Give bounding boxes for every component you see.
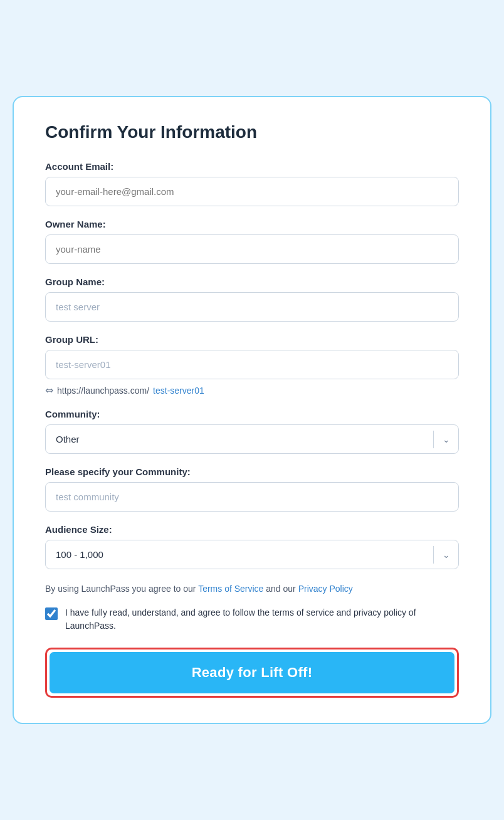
link-icon: ⇔ (45, 384, 53, 396)
url-hint-link[interactable]: test-server01 (153, 386, 204, 396)
submit-button[interactable]: Ready for Lift Off! (50, 652, 454, 693)
page-title: Confirm Your Information (45, 122, 459, 142)
owner-name-group: Owner Name: (45, 219, 459, 264)
submit-button-wrapper: Ready for Lift Off! (45, 648, 459, 698)
specify-community-input[interactable] (45, 482, 459, 512)
specify-community-group: Please specify your Community: (45, 466, 459, 512)
privacy-policy-link[interactable]: Privacy Policy (298, 584, 353, 594)
terms-prefix: By using LaunchPass you agree to our (45, 584, 198, 594)
audience-select[interactable]: Under 100 100 - 1,000 1,000 - 10,000 10,… (45, 540, 459, 569)
url-hint-base: https://launchpass.com/ (57, 386, 149, 396)
terms-middle: and our (263, 584, 298, 594)
email-group: Account Email: (45, 161, 459, 206)
terms-of-service-link[interactable]: Terms of Service (198, 584, 263, 594)
group-url-group: Group URL: ⇔ https://launchpass.com/test… (45, 334, 459, 396)
specify-community-label: Please specify your Community: (45, 466, 459, 477)
group-name-group: Group Name: (45, 276, 459, 322)
audience-size-label: Audience Size: (45, 524, 459, 535)
owner-name-input[interactable] (45, 234, 459, 264)
audience-size-group: Audience Size: Under 100 100 - 1,000 1,0… (45, 524, 459, 569)
owner-name-label: Owner Name: (45, 219, 459, 229)
url-hint: ⇔ https://launchpass.com/test-server01 (45, 384, 459, 396)
community-label: Community: (45, 409, 459, 419)
community-select[interactable]: Other Discord Slack Telegram Facebook Gr… (45, 424, 459, 454)
group-name-label: Group Name: (45, 276, 459, 287)
community-select-wrapper: Other Discord Slack Telegram Facebook Gr… (45, 424, 459, 454)
group-name-input[interactable] (45, 292, 459, 322)
agree-checkbox-label[interactable]: I have fully read, understand, and agree… (65, 606, 459, 633)
audience-select-wrapper: Under 100 100 - 1,000 1,000 - 10,000 10,… (45, 540, 459, 569)
agree-checkbox-row: I have fully read, understand, and agree… (45, 606, 459, 633)
confirm-form-card: Confirm Your Information Account Email: … (13, 96, 491, 723)
group-url-input[interactable] (45, 350, 459, 379)
agree-checkbox[interactable] (45, 607, 58, 620)
terms-text: By using LaunchPass you agree to our Ter… (45, 582, 459, 596)
email-label: Account Email: (45, 161, 459, 172)
community-group: Community: Other Discord Slack Telegram … (45, 409, 459, 454)
email-input[interactable] (45, 177, 459, 206)
group-url-label: Group URL: (45, 334, 459, 345)
